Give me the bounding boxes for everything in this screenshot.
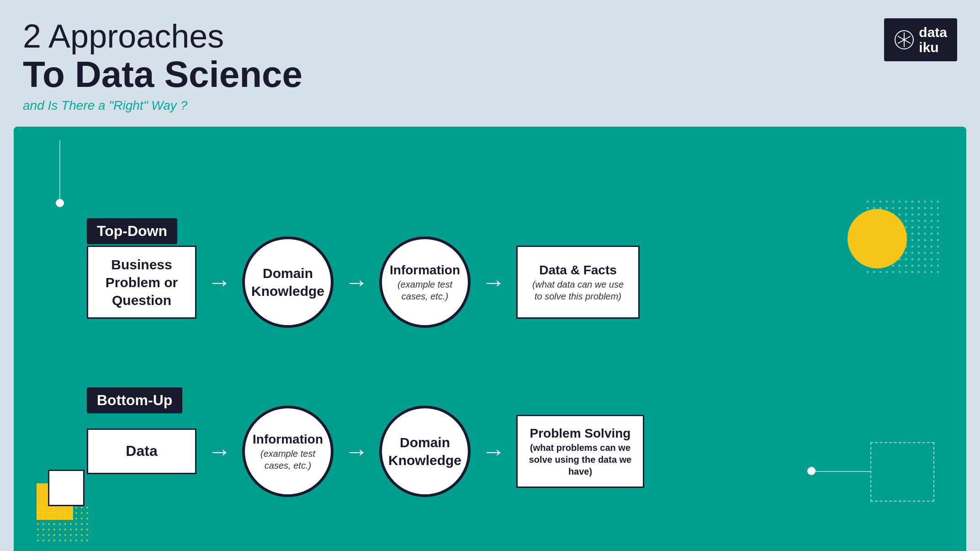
business-problem-box: BusinessProblem or Question bbox=[87, 246, 196, 319]
data-facts-sub: (what data can we useto solve this probl… bbox=[532, 278, 624, 302]
data-facts-box: Data & Facts (what data can we useto sol… bbox=[516, 246, 640, 319]
dataiku-logo-icon bbox=[894, 30, 914, 50]
header: 2 Approaches To Data Science and Is Ther… bbox=[0, 0, 980, 122]
arrow-2-bottom: → bbox=[344, 439, 368, 463]
information-title-bottom: Information bbox=[253, 431, 323, 448]
arrow-1-top: → bbox=[207, 270, 231, 294]
deco-line-top bbox=[59, 140, 60, 200]
subtitle: and Is There a "Right" Way ? bbox=[23, 98, 957, 113]
bottom-flow: Data → Information (example testcases, e… bbox=[87, 406, 644, 497]
deco-line-br bbox=[816, 471, 870, 472]
deco-dot-top bbox=[56, 199, 64, 207]
domain-knowledge-text-top: DomainKnowledge bbox=[251, 264, 324, 300]
domain-knowledge-circle-top: DomainKnowledge bbox=[242, 236, 334, 328]
information-content-top: Information (example testcases, etc.) bbox=[390, 262, 460, 302]
title-line2: To Data Science bbox=[23, 54, 957, 95]
deco-dot-br bbox=[807, 467, 816, 475]
data-facts-title: Data & Facts bbox=[532, 262, 624, 278]
information-circle-top: Information (example testcases, etc.) bbox=[379, 236, 471, 328]
main-panel: Top-Down BusinessProblem or Question → D… bbox=[14, 127, 966, 551]
title-line1: 2 Approaches bbox=[23, 18, 957, 54]
arrow-1-bottom: → bbox=[207, 439, 231, 463]
deco-dashed-rect bbox=[870, 442, 934, 502]
business-problem-text: BusinessProblem or Question bbox=[88, 256, 195, 309]
information-content-bottom: Information (example testcases, etc.) bbox=[253, 431, 323, 471]
arrow-3-bottom: → bbox=[482, 439, 505, 463]
data-facts-content: Data & Facts (what data can we useto sol… bbox=[532, 262, 624, 302]
information-sub-top: (example testcases, etc.) bbox=[390, 278, 460, 302]
deco-dots-bl bbox=[37, 506, 91, 543]
domain-knowledge-circle-bottom: DomainKnowledge bbox=[379, 406, 471, 497]
information-sub-bottom: (example testcases, etc.) bbox=[253, 448, 323, 471]
svg-rect-7 bbox=[37, 506, 91, 543]
information-title-top: Information bbox=[390, 262, 460, 278]
information-circle-bottom: Information (example testcases, etc.) bbox=[242, 406, 334, 497]
domain-knowledge-text-bottom: DomainKnowledge bbox=[388, 433, 461, 469]
dataiku-logo: data iku bbox=[884, 18, 957, 61]
data-box: Data bbox=[87, 428, 196, 474]
data-text: Data bbox=[126, 442, 157, 461]
problem-solving-title: Problem Solving bbox=[518, 425, 643, 442]
top-flow: BusinessProblem or Question → DomainKnow… bbox=[87, 236, 640, 328]
problem-solving-box: Problem Solving (what problems can wesol… bbox=[516, 415, 644, 488]
problem-solving-content: Problem Solving (what problems can wesol… bbox=[518, 425, 643, 477]
deco-yellow-circle bbox=[848, 209, 907, 268]
arrow-3-top: → bbox=[482, 270, 505, 294]
problem-solving-sub: (what problems can wesolve using the dat… bbox=[518, 442, 643, 477]
logo-text: data iku bbox=[919, 25, 947, 55]
deco-sq-white bbox=[48, 470, 85, 506]
arrow-2-top: → bbox=[344, 270, 368, 294]
